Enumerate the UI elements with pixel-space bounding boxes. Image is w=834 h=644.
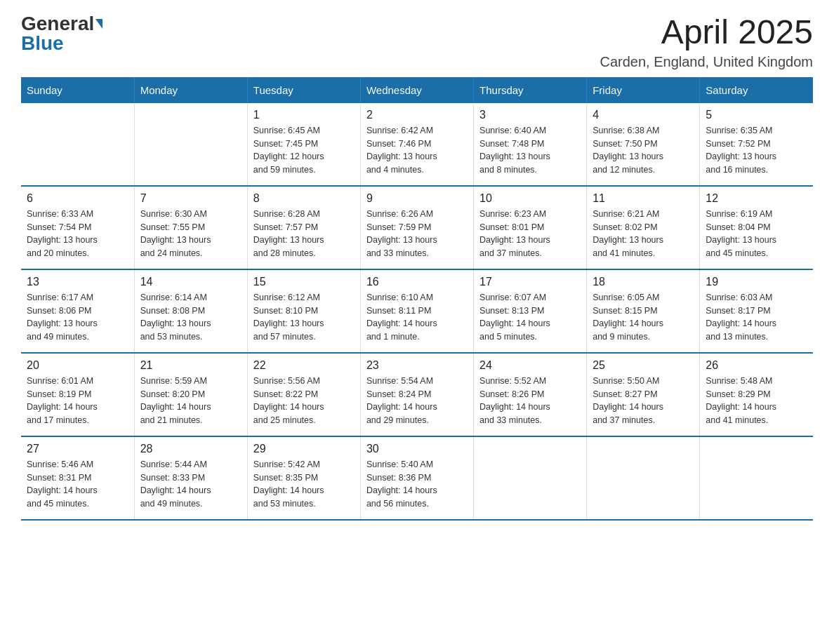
day-info: Sunrise: 5:50 AM Sunset: 8:27 PM Dayligh… <box>593 375 694 427</box>
month-title: April 2025 <box>600 14 813 51</box>
day-number: 14 <box>140 276 241 288</box>
day-number: 18 <box>593 276 694 288</box>
day-number: 8 <box>253 192 355 205</box>
calendar-cell: 18Sunrise: 6:05 AM Sunset: 8:15 PM Dayli… <box>587 269 700 353</box>
calendar-cell: 14Sunrise: 6:14 AM Sunset: 8:08 PM Dayli… <box>134 269 247 353</box>
calendar-cell: 5Sunrise: 6:35 AM Sunset: 7:52 PM Daylig… <box>700 103 813 186</box>
calendar-cell: 24Sunrise: 5:52 AM Sunset: 8:26 PM Dayli… <box>474 353 587 436</box>
calendar-cell: 17Sunrise: 6:07 AM Sunset: 8:13 PM Dayli… <box>474 269 587 353</box>
day-number: 12 <box>706 192 807 205</box>
day-info: Sunrise: 5:42 AM Sunset: 8:35 PM Dayligh… <box>253 458 355 511</box>
day-number: 26 <box>706 359 807 372</box>
calendar-cell: 28Sunrise: 5:44 AM Sunset: 8:33 PM Dayli… <box>134 436 247 520</box>
day-number: 2 <box>366 109 468 121</box>
day-info: Sunrise: 6:26 AM Sunset: 7:59 PM Dayligh… <box>366 208 468 260</box>
calendar-cell: 4Sunrise: 6:38 AM Sunset: 7:50 PM Daylig… <box>587 103 700 186</box>
day-info: Sunrise: 5:44 AM Sunset: 8:33 PM Dayligh… <box>140 458 241 511</box>
week-row-1: 1Sunrise: 6:45 AM Sunset: 7:45 PM Daylig… <box>21 103 813 186</box>
calendar-cell: 30Sunrise: 5:40 AM Sunset: 8:36 PM Dayli… <box>360 436 473 520</box>
day-number: 25 <box>593 359 694 372</box>
calendar-cell: 9Sunrise: 6:26 AM Sunset: 7:59 PM Daylig… <box>360 186 473 269</box>
calendar-cell: 11Sunrise: 6:21 AM Sunset: 8:02 PM Dayli… <box>587 186 700 269</box>
calendar-cell: 23Sunrise: 5:54 AM Sunset: 8:24 PM Dayli… <box>360 353 473 436</box>
logo-blue: Blue <box>21 34 64 53</box>
logo-arrow-icon <box>95 19 102 29</box>
day-info: Sunrise: 6:05 AM Sunset: 8:15 PM Dayligh… <box>593 291 694 344</box>
day-info: Sunrise: 5:54 AM Sunset: 8:24 PM Dayligh… <box>366 375 468 427</box>
title-area: April 2025 Carden, England, United Kingd… <box>600 14 813 70</box>
header-sunday: Sunday <box>21 77 134 103</box>
day-number: 19 <box>706 276 807 288</box>
day-number: 23 <box>366 359 468 372</box>
day-number: 20 <box>27 359 128 372</box>
day-number: 10 <box>479 192 581 205</box>
logo-general: General <box>21 14 94 34</box>
page-header: General Blue April 2025 Carden, England,… <box>21 14 813 70</box>
day-number: 7 <box>140 192 241 205</box>
day-info: Sunrise: 6:14 AM Sunset: 8:08 PM Dayligh… <box>140 291 241 344</box>
calendar-table: SundayMondayTuesdayWednesdayThursdayFrid… <box>21 77 813 521</box>
calendar-cell: 8Sunrise: 6:28 AM Sunset: 7:57 PM Daylig… <box>247 186 360 269</box>
day-info: Sunrise: 5:46 AM Sunset: 8:31 PM Dayligh… <box>27 458 128 511</box>
day-info: Sunrise: 6:28 AM Sunset: 7:57 PM Dayligh… <box>253 208 355 260</box>
header-saturday: Saturday <box>700 77 813 103</box>
day-info: Sunrise: 6:01 AM Sunset: 8:19 PM Dayligh… <box>27 375 128 427</box>
day-info: Sunrise: 6:19 AM Sunset: 8:04 PM Dayligh… <box>706 208 807 260</box>
day-info: Sunrise: 6:12 AM Sunset: 8:10 PM Dayligh… <box>253 291 355 344</box>
calendar-cell: 16Sunrise: 6:10 AM Sunset: 8:11 PM Dayli… <box>360 269 473 353</box>
calendar-cell: 3Sunrise: 6:40 AM Sunset: 7:48 PM Daylig… <box>474 103 587 186</box>
calendar-cell: 7Sunrise: 6:30 AM Sunset: 7:55 PM Daylig… <box>134 186 247 269</box>
calendar-cell: 25Sunrise: 5:50 AM Sunset: 8:27 PM Dayli… <box>587 353 700 436</box>
day-number: 17 <box>479 276 581 288</box>
day-info: Sunrise: 5:59 AM Sunset: 8:20 PM Dayligh… <box>140 375 241 427</box>
calendar-cell: 12Sunrise: 6:19 AM Sunset: 8:04 PM Dayli… <box>700 186 813 269</box>
calendar-cell <box>587 436 700 520</box>
calendar-cell <box>700 436 813 520</box>
location-title: Carden, England, United Kingdom <box>600 54 813 70</box>
week-row-4: 20Sunrise: 6:01 AM Sunset: 8:19 PM Dayli… <box>21 353 813 436</box>
day-info: Sunrise: 5:56 AM Sunset: 8:22 PM Dayligh… <box>253 375 355 427</box>
calendar-cell: 22Sunrise: 5:56 AM Sunset: 8:22 PM Dayli… <box>247 353 360 436</box>
day-info: Sunrise: 6:33 AM Sunset: 7:54 PM Dayligh… <box>27 208 128 260</box>
header-friday: Friday <box>587 77 700 103</box>
day-info: Sunrise: 6:40 AM Sunset: 7:48 PM Dayligh… <box>479 124 581 177</box>
day-info: Sunrise: 6:23 AM Sunset: 8:01 PM Dayligh… <box>479 208 581 260</box>
day-number: 22 <box>253 359 355 372</box>
day-info: Sunrise: 5:52 AM Sunset: 8:26 PM Dayligh… <box>479 375 581 427</box>
day-info: Sunrise: 6:42 AM Sunset: 7:46 PM Dayligh… <box>366 124 468 177</box>
week-row-2: 6Sunrise: 6:33 AM Sunset: 7:54 PM Daylig… <box>21 186 813 269</box>
day-info: Sunrise: 6:45 AM Sunset: 7:45 PM Dayligh… <box>253 124 355 177</box>
day-info: Sunrise: 5:40 AM Sunset: 8:36 PM Dayligh… <box>366 458 468 511</box>
calendar-cell: 26Sunrise: 5:48 AM Sunset: 8:29 PM Dayli… <box>700 353 813 436</box>
day-number: 27 <box>27 443 128 455</box>
calendar-cell: 21Sunrise: 5:59 AM Sunset: 8:20 PM Dayli… <box>134 353 247 436</box>
day-number: 24 <box>479 359 581 372</box>
header-tuesday: Tuesday <box>247 77 360 103</box>
day-number: 1 <box>253 109 355 121</box>
day-number: 6 <box>27 192 128 205</box>
day-number: 16 <box>366 276 468 288</box>
calendar-cell: 1Sunrise: 6:45 AM Sunset: 7:45 PM Daylig… <box>247 103 360 186</box>
header-thursday: Thursday <box>474 77 587 103</box>
day-info: Sunrise: 6:21 AM Sunset: 8:02 PM Dayligh… <box>593 208 694 260</box>
day-info: Sunrise: 6:10 AM Sunset: 8:11 PM Dayligh… <box>366 291 468 344</box>
day-info: Sunrise: 6:35 AM Sunset: 7:52 PM Dayligh… <box>706 124 807 177</box>
day-number: 30 <box>366 443 468 455</box>
day-info: Sunrise: 5:48 AM Sunset: 8:29 PM Dayligh… <box>706 375 807 427</box>
logo: General Blue <box>21 14 102 53</box>
week-row-3: 13Sunrise: 6:17 AM Sunset: 8:06 PM Dayli… <box>21 269 813 353</box>
calendar-header-row: SundayMondayTuesdayWednesdayThursdayFrid… <box>21 77 813 103</box>
calendar-cell <box>21 103 134 186</box>
day-info: Sunrise: 6:38 AM Sunset: 7:50 PM Dayligh… <box>593 124 694 177</box>
header-monday: Monday <box>134 77 247 103</box>
day-number: 3 <box>479 109 581 121</box>
day-info: Sunrise: 6:30 AM Sunset: 7:55 PM Dayligh… <box>140 208 241 260</box>
day-number: 9 <box>366 192 468 205</box>
week-row-5: 27Sunrise: 5:46 AM Sunset: 8:31 PM Dayli… <box>21 436 813 520</box>
day-number: 11 <box>593 192 694 205</box>
calendar-cell: 20Sunrise: 6:01 AM Sunset: 8:19 PM Dayli… <box>21 353 134 436</box>
header-wednesday: Wednesday <box>360 77 473 103</box>
day-number: 29 <box>253 443 355 455</box>
calendar-cell: 15Sunrise: 6:12 AM Sunset: 8:10 PM Dayli… <box>247 269 360 353</box>
day-number: 4 <box>593 109 694 121</box>
